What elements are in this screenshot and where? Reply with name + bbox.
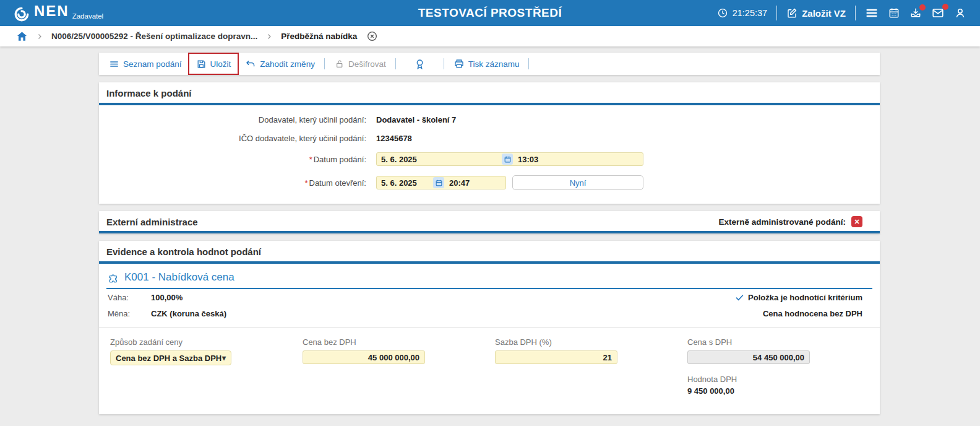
clock-icon <box>717 7 728 19</box>
evaluated-without-vat-label: Cena hodnocena bez DPH <box>763 309 862 318</box>
ico-row: IČO dodavatele, který učinil podání: 123… <box>99 134 880 143</box>
chevron-down-icon: ▾ <box>222 354 226 362</box>
criterion-title[interactable]: K001 - Nabídková cena <box>124 271 234 284</box>
create-vz-button[interactable]: Založit VZ <box>786 7 846 19</box>
submission-datetime-field[interactable]: 5. 6. 2025 13:03 <box>376 152 643 166</box>
opening-datetime-field[interactable]: 5. 6. 2025 20:47 <box>376 176 506 189</box>
decrypt-label: Dešifrovat <box>348 59 386 69</box>
print-record-button[interactable]: Tisk záznamu <box>450 58 523 69</box>
weight-value: 100,00% <box>151 293 183 302</box>
info-section: Informace k podání Dodavatel, který učin… <box>99 82 880 204</box>
supplier-value: Dodavatel - školení 7 <box>376 115 456 124</box>
seal-icon <box>414 58 426 70</box>
ico-value: 12345678 <box>376 134 412 143</box>
price-form: Způsob zadání ceny Cena bez DPH a Sazba … <box>99 328 880 414</box>
weight-row: Váha: 100,00% Položka je hodnotící krité… <box>99 289 880 305</box>
submission-date-row: *Datum podání: 5. 6. 2025 13:03 <box>99 152 880 166</box>
brand-text: NEN <box>34 4 69 19</box>
seznam-podani-button[interactable]: Seznam podání <box>105 59 186 69</box>
menu-icon <box>865 6 879 20</box>
user-icon <box>954 7 966 19</box>
calendar-button[interactable] <box>888 7 900 19</box>
record-toolbar: Seznam podání Uložit Zahodit změny <box>99 53 880 75</box>
discard-changes-button[interactable]: Zahodit změny <box>241 58 319 69</box>
extern-flag-label: Externě administrované podání: <box>718 217 846 227</box>
check-icon <box>735 293 744 302</box>
discard-changes-label: Zahodit změny <box>260 59 315 69</box>
print-record-label: Tisk záznamu <box>468 59 520 69</box>
notification-dot <box>942 4 948 10</box>
price-entry-mode-select[interactable]: Cena bez DPH a Sazba DPH ▾ <box>110 350 231 365</box>
brand-subtitle: Zadavatel <box>72 12 104 20</box>
nen-logo[interactable]: NEN Zadavatel <box>14 4 103 22</box>
messages-button[interactable] <box>931 6 945 20</box>
opening-date-picker-button[interactable] <box>433 177 444 188</box>
extern-row: Externí administrace Externě administrov… <box>99 211 880 233</box>
vat-amount-label: Hodnota DPH <box>687 375 880 384</box>
calendar-icon <box>888 7 900 19</box>
unlock-icon <box>334 59 345 69</box>
price-with-vat-column: Cena s DPH 54 450 000,00 Hodnota DPH 9 4… <box>687 337 880 396</box>
breadcrumb-current: Předběžná nabídka <box>281 32 357 41</box>
main-menu-button[interactable] <box>865 6 879 20</box>
supplier-row: Dodavatel, který učinil podání: Dodavate… <box>99 115 880 124</box>
close-circle-icon <box>366 30 378 42</box>
vat-rate-column: Sazba DPH (%) 21 <box>495 337 687 396</box>
breadcrumb: N006/25/V00005292 - Řešení optimalizace … <box>0 26 980 46</box>
submission-time-value[interactable]: 13:03 <box>513 155 638 164</box>
toolbar-divider <box>395 58 396 69</box>
price-entry-mode-label: Způsob zadání ceny <box>110 337 303 347</box>
weight-label: Váha: <box>108 293 151 302</box>
submission-date-label: *Datum podání: <box>99 155 371 164</box>
notification-dot <box>919 4 926 11</box>
cross-badge-icon[interactable]: ✕ <box>851 216 862 227</box>
save-button[interactable]: Uložit <box>192 59 235 69</box>
price-with-vat-input: 54 450 000,00 <box>687 350 810 364</box>
vat-amount-value: 9 450 000,00 <box>687 386 880 396</box>
price-entry-mode-column: Způsob zadání ceny Cena bez DPH a Sazba … <box>110 337 303 396</box>
home-button[interactable] <box>16 30 28 42</box>
decrypt-button: Dešifrovat <box>330 59 390 69</box>
price-entry-mode-value: Cena bez DPH a Sazba DPH <box>116 354 221 363</box>
header-divider <box>855 6 856 20</box>
inbox-downloads-button[interactable] <box>909 7 922 19</box>
price-without-vat-input[interactable]: 45 000 000,00 <box>303 350 425 364</box>
calendar-field-icon <box>435 179 443 187</box>
vat-rate-input[interactable]: 21 <box>495 350 617 364</box>
seal-button[interactable] <box>410 58 429 70</box>
puzzle-icon <box>108 272 119 284</box>
supplier-label: Dodavatel, který učinil podání: <box>99 115 371 124</box>
evidence-section: Evidence a kontrola hodnot podání K001 -… <box>99 241 880 414</box>
currency-value: CZK (koruna česká) <box>151 309 226 318</box>
opening-date-value[interactable]: 5. 6. 2025 <box>381 178 433 188</box>
price-with-vat-label: Cena s DPH <box>687 337 880 347</box>
close-tab-button[interactable] <box>366 30 378 42</box>
opening-date-label: *Datum otevření: <box>99 178 371 188</box>
save-label: Uložit <box>210 59 231 69</box>
info-section-body: Dodavatel, který učinil podání: Dodavate… <box>99 105 880 204</box>
user-profile-button[interactable] <box>954 7 966 19</box>
seznam-podani-label: Seznam podání <box>123 59 182 69</box>
chevron-right-icon <box>36 33 43 40</box>
submission-date-value[interactable]: 5. 6. 2025 <box>381 155 502 164</box>
criterion-header: K001 - Nabídková cena <box>106 264 872 289</box>
criterion-flag-label: Položka je hodnotící kritérium <box>748 293 862 302</box>
breadcrumb-procurement[interactable]: N006/25/V00005292 - Řešení optimalizace … <box>51 32 257 41</box>
current-time: 21:25:37 <box>733 8 767 18</box>
now-button[interactable]: Nyní <box>512 175 643 190</box>
criterion-flag: Položka je hodnotící kritérium <box>735 293 862 302</box>
required-mark: * <box>304 178 307 188</box>
save-icon <box>196 59 207 69</box>
undo-icon <box>245 58 256 69</box>
edit-icon <box>786 7 797 19</box>
chevron-right-icon <box>265 33 273 40</box>
environment-title: TESTOVACÍ PROSTŘEDÍ <box>418 0 562 26</box>
opening-date-row: *Datum otevření: 5. 6. 2025 20:47 Nyní <box>99 175 880 190</box>
submission-date-picker-button[interactable] <box>502 154 513 165</box>
evidence-section-title: Evidence a kontrola hodnot podání <box>99 241 880 264</box>
opening-time-value[interactable]: 20:47 <box>444 178 501 188</box>
extern-flag: Externě administrované podání: ✕ <box>718 216 862 227</box>
save-button-highlight: Uložit <box>188 53 239 75</box>
currency-label: Měna: <box>108 309 151 318</box>
printer-icon <box>453 58 465 69</box>
